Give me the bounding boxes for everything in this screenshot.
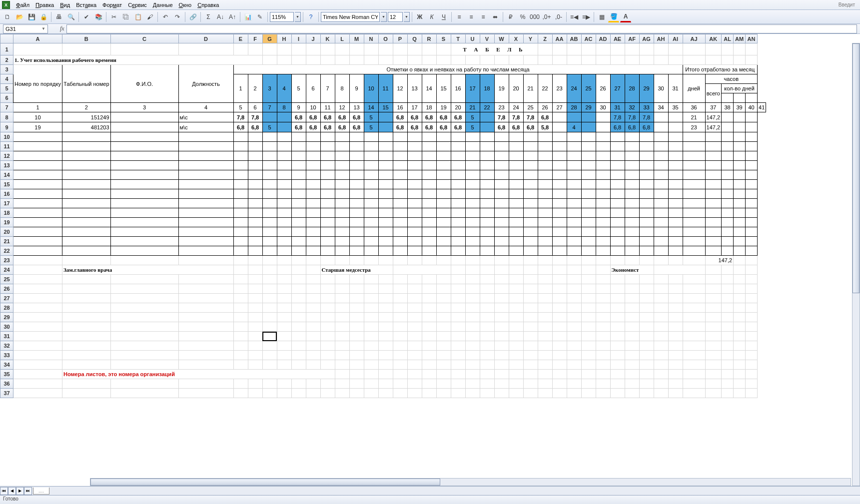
cell-day[interactable]: 5 (364, 122, 378, 132)
cell[interactable] (523, 341, 538, 351)
cell[interactable] (705, 322, 722, 332)
cell[interactable] (625, 43, 639, 55)
cell[interactable] (746, 189, 758, 199)
cell[interactable] (349, 151, 364, 161)
col-header-V[interactable]: V (480, 34, 494, 43)
cell[interactable] (178, 43, 233, 55)
cell[interactable] (683, 351, 705, 360)
col-header-D[interactable]: D (178, 34, 233, 43)
cell-day[interactable]: 5,8 (538, 122, 552, 132)
cell-day[interactable]: 7,8 (233, 112, 248, 122)
cell[interactable] (654, 360, 668, 370)
cell[interactable] (705, 341, 722, 351)
cell[interactable] (110, 322, 178, 332)
cell[interactable] (451, 303, 465, 313)
cell[interactable] (581, 161, 596, 170)
print-icon[interactable]: 🖶 (53, 11, 64, 22)
sort-desc-icon[interactable]: A↑ (227, 11, 238, 22)
cell[interactable] (178, 360, 233, 370)
cell[interactable] (746, 227, 758, 237)
cell[interactable] (110, 199, 178, 208)
cell[interactable] (552, 341, 567, 351)
row-header-2[interactable]: 2 (0, 55, 13, 65)
cell[interactable] (178, 151, 233, 161)
row-header-16[interactable]: 16 (0, 189, 13, 199)
cell[interactable] (320, 199, 335, 208)
cell[interactable] (436, 208, 451, 218)
cell[interactable] (262, 151, 277, 161)
align-left-icon[interactable]: ≡ (454, 11, 465, 22)
cell[interactable] (62, 322, 110, 332)
cell[interactable] (705, 389, 722, 398)
cell[interactable] (233, 303, 248, 313)
cell[interactable] (378, 322, 393, 332)
cell[interactable] (178, 313, 233, 322)
cell[interactable] (233, 43, 248, 55)
cell[interactable] (436, 227, 451, 237)
cell[interactable] (705, 180, 722, 189)
cell-no[interactable]: 19 (13, 122, 62, 132)
cell[interactable] (509, 189, 523, 199)
cell[interactable] (668, 132, 683, 142)
cell[interactable] (407, 370, 422, 379)
cell[interactable] (320, 189, 335, 199)
cell[interactable] (639, 341, 654, 351)
cell[interactable] (581, 142, 596, 151)
cell[interactable] (567, 151, 581, 161)
row-header-22[interactable]: 22 (0, 246, 13, 256)
cell[interactable] (734, 275, 746, 284)
cell[interactable] (610, 246, 625, 256)
cell-day[interactable] (654, 112, 668, 122)
cell[interactable] (683, 189, 705, 199)
cell[interactable] (538, 170, 552, 180)
cell[interactable] (734, 161, 746, 170)
cell[interactable] (291, 322, 306, 332)
cell[interactable] (233, 189, 248, 199)
cell-days[interactable]: 21 (683, 112, 705, 122)
cell[interactable] (668, 322, 683, 332)
cell[interactable] (465, 161, 480, 170)
cell[interactable] (436, 170, 451, 180)
cell[interactable] (291, 142, 306, 151)
cell[interactable] (110, 189, 178, 199)
cell-day[interactable] (668, 112, 683, 122)
col-header-A[interactable]: A (13, 34, 62, 43)
cell[interactable] (451, 218, 465, 227)
cell[interactable] (233, 313, 248, 322)
col-header-U[interactable]: U (465, 34, 480, 43)
cell[interactable] (364, 199, 378, 208)
cell[interactable] (705, 303, 722, 313)
tab-prev-icon[interactable]: ◀ (8, 487, 16, 495)
cell[interactable] (494, 218, 509, 227)
cell[interactable] (422, 389, 436, 398)
cell[interactable] (178, 303, 233, 313)
col-header-AA[interactable]: AA (552, 34, 567, 43)
cell[interactable] (567, 208, 581, 218)
cell[interactable] (422, 351, 436, 360)
cell[interactable] (178, 170, 233, 180)
cell[interactable] (393, 256, 407, 265)
cell[interactable] (262, 322, 277, 332)
cell[interactable] (451, 151, 465, 161)
cell[interactable] (746, 151, 758, 161)
cell[interactable] (262, 303, 277, 313)
cell-day[interactable]: 6,8 (509, 122, 523, 132)
cell[interactable] (523, 303, 538, 313)
cell[interactable] (639, 43, 654, 55)
cell[interactable] (746, 246, 758, 256)
cell[interactable] (378, 360, 393, 370)
cell[interactable] (364, 303, 378, 313)
cell[interactable] (364, 151, 378, 161)
cell[interactable] (378, 303, 393, 313)
cell[interactable] (277, 322, 291, 332)
cell[interactable] (705, 189, 722, 199)
col-header-AI[interactable]: AI (668, 34, 683, 43)
cell[interactable] (625, 322, 639, 332)
cell[interactable] (335, 246, 349, 256)
col-header-F[interactable]: F (248, 34, 262, 43)
cell[interactable] (734, 389, 746, 398)
cell[interactable] (639, 132, 654, 142)
cell[interactable] (683, 275, 705, 284)
cell[interactable] (668, 199, 683, 208)
cell[interactable] (596, 199, 610, 208)
